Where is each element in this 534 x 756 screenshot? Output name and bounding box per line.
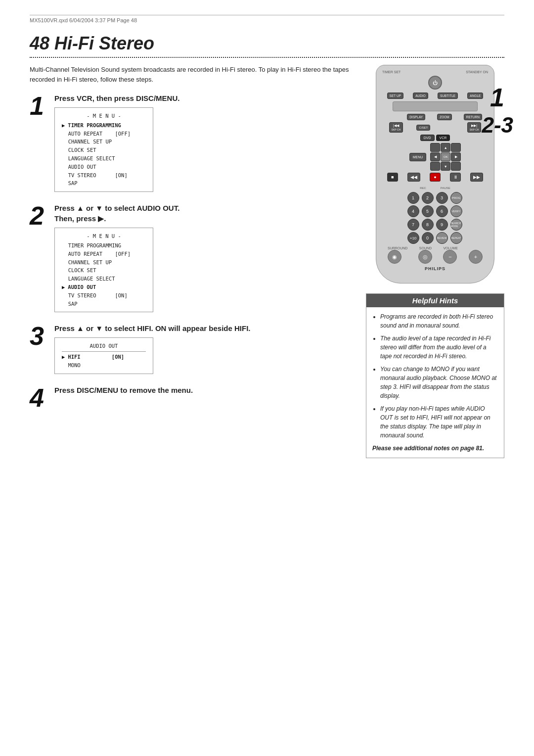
standby-label: STANDBY ON xyxy=(466,70,488,74)
source-row: DVD VCR xyxy=(382,135,488,141)
ok-btn[interactable]: OK xyxy=(441,152,450,161)
main-layout: Multi-Channel Television Sound system br… xyxy=(30,65,504,458)
remote-control: TIMER SET STANDBY ON ⏻ SET UP AUDIO SUBT… xyxy=(376,65,494,284)
menu-btn[interactable]: MENU xyxy=(409,153,427,161)
disc-slot xyxy=(393,101,477,111)
remote-brand: PHILIPS xyxy=(382,266,488,271)
step-2-title: Press ▲ or ▼ to select AUDIO OUT. Then, … xyxy=(54,203,354,224)
step-1-menu-item-6: AUDIO OUT xyxy=(62,163,146,171)
step-2-menu: - M E N U - TIMER PROGRAMMING AUTO REPEA… xyxy=(54,228,153,312)
num-5[interactable]: 5 xyxy=(422,205,434,217)
intro-text: Multi-Channel Television Sound system br… xyxy=(30,65,354,84)
review-btn[interactable]: REVIEW xyxy=(436,232,448,244)
surround-label: SURROUND xyxy=(388,246,407,250)
verify-btn[interactable]: VERIFY xyxy=(450,205,462,217)
step-2-menu-item-6: ▶ AUDIO OUT xyxy=(62,283,146,291)
vol-plus-btn[interactable]: + xyxy=(469,250,483,264)
step-2-title-line1: Press ▲ or ▼ to select AUDIO OUT. xyxy=(54,204,179,212)
number-grid: 1 2 3 PROG 4 5 6 VERIFY 7 8 9 SEARCH MOD… xyxy=(407,192,463,244)
step-1-menu-item-2: AUTO REPEAT [OFF] xyxy=(62,130,146,138)
step-1-menu-item-3: CHANNEL SET UP xyxy=(62,138,146,146)
remote-wrapper: 1 2-3 TIMER SET STANDBY ON ⏻ SET UP AUDI… xyxy=(376,65,494,284)
subtitle-btn[interactable]: SUBTITLE xyxy=(438,93,458,99)
setup-btn[interactable]: SET UP xyxy=(387,93,403,99)
step-1-menu-item-1: ▶ TIMER PROGRAMMING xyxy=(62,121,146,130)
num-3[interactable]: 3 xyxy=(436,192,448,204)
angle-btn[interactable]: ANGLE xyxy=(467,93,483,99)
skip-next-btn[interactable]: ▶▶|SKP CH xyxy=(467,122,482,133)
nav-left-btn[interactable]: ◀ xyxy=(430,152,440,161)
remote-step-23: 2-3 xyxy=(482,114,513,136)
hint-item-4: If you play non-Hi-Fi tapes while AUDIO … xyxy=(380,404,498,440)
nav-area: MENU ▲ ◀ OK ▶ ▼ xyxy=(382,143,488,171)
num-6[interactable]: 6 xyxy=(436,205,448,217)
num-1[interactable]: 1 xyxy=(407,192,419,204)
step-3-menu-title: AUDIO OUT xyxy=(62,342,146,350)
num-7[interactable]: 7 xyxy=(407,219,419,231)
vcr-btn[interactable]: VCR xyxy=(436,135,450,141)
step-3-number: 3 xyxy=(30,323,47,349)
step-2-title-line2: Then, press ▶. xyxy=(54,214,106,223)
step-4: 4 Press DISC/MENU to remove the menu. xyxy=(30,385,354,411)
audio-btn[interactable]: AUDIO xyxy=(413,93,428,99)
hints-title: Helpful Hints xyxy=(366,294,504,307)
timer-set-label: TIMER SET xyxy=(382,70,400,74)
hints-body: Programs are recorded in both Hi-Fi ster… xyxy=(366,307,504,458)
right-column: 1 2-3 TIMER SET STANDBY ON ⏻ SET UP AUDI… xyxy=(366,65,504,458)
step-1-menu: - M E N U - ▶ TIMER PROGRAMMING AUTO REP… xyxy=(54,107,153,192)
c-set-btn[interactable]: C/SET xyxy=(416,125,430,131)
step-3-menu-item-1: ▶ HIFI [ON] xyxy=(62,353,146,361)
page-title: 48 Hi-Fi Stereo xyxy=(30,33,504,54)
hints-list: Programs are recorded in both Hi-Fi ster… xyxy=(372,312,498,440)
zoom-btn[interactable]: ZOOM xyxy=(437,114,452,120)
rew-btn[interactable]: ◀◀ xyxy=(407,173,420,182)
stop-btn[interactable]: ■ xyxy=(387,173,398,182)
surround-btn[interactable]: ◉ xyxy=(388,250,401,264)
step-2-menu-item-1: TIMER PROGRAMMING xyxy=(62,241,146,250)
skip-prev-btn[interactable]: |◀◀SKP CH xyxy=(389,122,403,133)
nav-up-btn[interactable]: ▲ xyxy=(441,143,450,152)
hint-item-1: Programs are recorded in both Hi-Fi ster… xyxy=(380,312,498,330)
step-2-menu-item-8: SAP xyxy=(62,300,146,308)
pause-label: REC PAUSE xyxy=(382,183,488,190)
num-4[interactable]: 4 xyxy=(407,205,419,217)
pause-btn[interactable]: ⏸ xyxy=(450,173,461,182)
title-divider xyxy=(30,57,504,58)
display-btn[interactable]: DISPLAY xyxy=(407,114,425,120)
page-header: MX5100VR.qxd 6/04/2004 3:37 PM Page 48 xyxy=(30,15,504,23)
search-mode-btn[interactable]: SEARCH MODE xyxy=(450,219,462,231)
num-2[interactable]: 2 xyxy=(422,192,434,204)
nav-right-btn[interactable]: ▶ xyxy=(451,152,461,161)
num-0[interactable]: 0 xyxy=(422,232,434,244)
vol-minus-btn[interactable]: − xyxy=(443,250,457,264)
step-1-menu-item-5: LANGUAGE SELECT xyxy=(62,154,146,163)
skip-row: |◀◀SKP CH C/SET ▶▶|SKP CH xyxy=(382,122,488,133)
sound-btn[interactable]: ◎ xyxy=(418,250,432,264)
rec-btn[interactable]: ● xyxy=(430,173,441,182)
step-2-menu-item-4: CLOCK SET xyxy=(62,266,146,275)
num-10[interactable]: +10 xyxy=(407,232,419,244)
display-row: DISPLAY ZOOM RETURN xyxy=(382,114,488,120)
prog-btn[interactable]: PROG xyxy=(450,192,462,204)
step-4-number: 4 xyxy=(30,385,47,411)
repeat-btn[interactable]: REPEAT xyxy=(450,232,462,244)
step-2-menu-item-5: LANGUAGE SELECT xyxy=(62,275,146,283)
step-3-title: Press ▲ or ▼ to select HIFI. ON will app… xyxy=(54,323,354,333)
num-8[interactable]: 8 xyxy=(422,219,434,231)
vol-minus-label: VOLUME xyxy=(443,246,458,250)
standby-button[interactable]: ⏻ xyxy=(428,76,442,90)
hint-item-3: You can change to MONO if you want monau… xyxy=(380,365,498,400)
step-2-menu-item-3: CHANNEL SET UP xyxy=(62,258,146,267)
return-btn[interactable]: RETURN xyxy=(464,114,482,120)
step-2: 2 Press ▲ or ▼ to select AUDIO OUT. Then… xyxy=(30,203,354,312)
ff-btn[interactable]: ▶▶ xyxy=(470,173,483,182)
num-9[interactable]: 9 xyxy=(436,219,448,231)
step-3-content: Press ▲ or ▼ to select HIFI. ON will app… xyxy=(54,323,354,374)
step-1-content: Press VCR, then press DISC/MENU. - M E N… xyxy=(54,93,354,192)
nav-down-btn[interactable]: ▼ xyxy=(441,162,450,171)
left-column: Multi-Channel Television Sound system br… xyxy=(30,65,354,458)
step-1-menu-item-4: CLOCK SET xyxy=(62,146,146,154)
dvd-btn[interactable]: DVD xyxy=(420,135,435,141)
remote-step-1: 1 xyxy=(490,85,504,110)
step-2-menu-title: - M E N U - xyxy=(62,232,146,240)
